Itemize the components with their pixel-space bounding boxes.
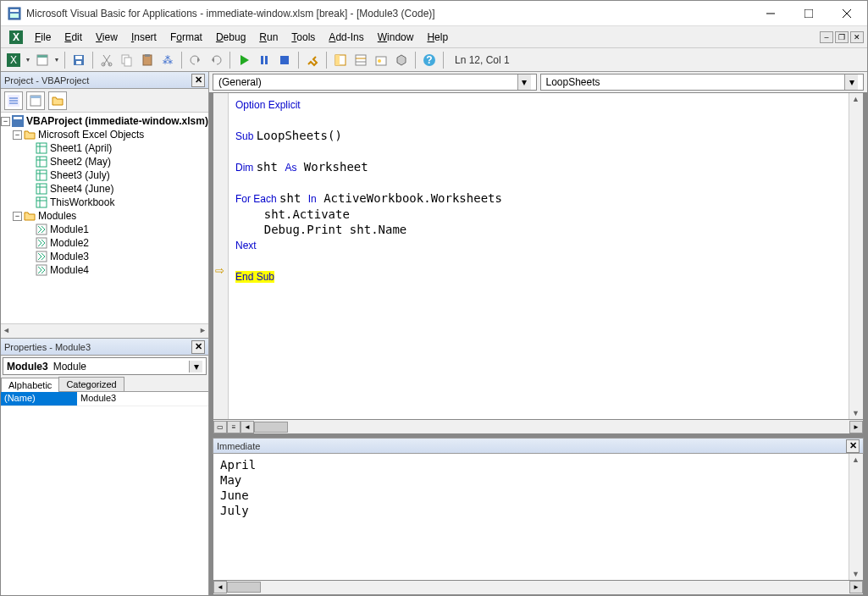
mdi-minimize-button[interactable]: – [820,31,833,43]
immediate-vscroll[interactable] [849,454,863,580]
property-row[interactable]: (Name) Module3 [1,392,208,406]
module-icon [36,224,47,235]
run-button[interactable] [235,51,253,69]
menu-format[interactable]: Format [163,29,209,46]
tree-item-module-3[interactable]: Module4 [1,263,208,277]
tree-toggle[interactable]: − [1,117,10,126]
tree-root[interactable]: −VBAProject (immediate-window.xlsm) [1,114,208,128]
save-button[interactable] [69,51,88,69]
menu-view[interactable]: View [89,29,124,46]
minimize-button[interactable] [751,1,789,26]
properties-panel-close-button[interactable]: ✕ [191,340,205,354]
svg-rect-2 [10,14,19,18]
hscroll-left-button[interactable]: ◄ [213,581,227,593]
hscroll-left-button[interactable]: ◄ [240,421,254,433]
project-tree[interactable]: −VBAProject (immediate-window.xlsm)−Micr… [1,113,208,323]
tree-item-module-2[interactable]: Module3 [1,250,208,263]
menu-tools[interactable]: Tools [285,29,322,46]
code-vscroll[interactable] [849,93,863,419]
close-button[interactable] [827,1,865,26]
view-excel-dropdown[interactable]: ▼ [25,51,31,69]
project-panel-title: Project - VBAProject [4,75,191,86]
properties-object-name: Module3 [7,361,48,372]
tab-alphabetic[interactable]: Alphabetic [1,378,59,392]
paste-button[interactable] [138,51,157,69]
sheet-icon [36,142,47,154]
procedure-combo[interactable]: LoopSheets ▾ [540,74,865,91]
tree-folder-modules[interactable]: −Modules [1,209,208,223]
tab-categorized[interactable]: Categorized [58,377,124,391]
tree-toggle[interactable]: − [13,130,22,140]
help-button[interactable]: ? [420,51,439,69]
reset-button[interactable] [275,51,294,69]
folder-icon [24,210,36,222]
hscroll-thumb[interactable] [227,582,261,593]
tree-item-module-1[interactable]: Module2 [1,236,208,250]
properties-object-combo[interactable]: Module3 Module ▾ [3,357,207,375]
full-view-button[interactable]: ≡ [227,421,240,433]
project-tree-hscroll[interactable] [1,323,208,338]
cut-button[interactable] [97,51,116,69]
menu-help[interactable]: Help [420,29,455,46]
view-excel-button[interactable]: X [4,51,23,69]
folder-icon [24,129,36,141]
proc-view-button[interactable]: ▭ [213,421,227,433]
tree-item-sheet-2[interactable]: Sheet3 (July) [1,168,208,182]
insert-button[interactable] [33,51,52,69]
mdi-close-button[interactable]: ✕ [850,31,864,43]
project-panel-close-button[interactable]: ✕ [191,74,205,87]
immediate-hscroll[interactable]: ◄ ► [213,581,864,595]
tree-item-sheet-0[interactable]: Sheet1 (April) [1,141,208,155]
menu-file[interactable]: File [28,29,58,46]
tree-label: Module1 [50,224,89,235]
toggle-folders-button[interactable] [48,91,67,110]
redo-button[interactable] [207,51,225,69]
hscroll-right-button[interactable]: ► [849,421,863,433]
tree-label: Microsoft Excel Objects [38,129,144,141]
hscroll-thumb[interactable] [254,422,288,433]
tree-item-sheet-4[interactable]: ThisWorkbook [1,196,208,209]
code-hscroll[interactable]: ▭ ≡ ◄ ► [213,420,864,434]
svg-rect-46 [36,157,47,167]
copy-button[interactable] [118,51,136,69]
object-browser-button[interactable] [372,51,390,69]
tree-item-sheet-3[interactable]: Sheet4 (June) [1,182,208,196]
view-code-button[interactable] [4,91,23,110]
menu-insert[interactable]: Insert [124,29,163,46]
tree-folder-excel-objects[interactable]: −Microsoft Excel Objects [1,128,208,141]
menu-edit[interactable]: Edit [58,29,89,46]
design-mode-button[interactable] [303,51,322,69]
menu-run[interactable]: Run [252,29,285,46]
tree-item-sheet-1[interactable]: Sheet2 (May) [1,155,208,168]
code-text[interactable]: Option Explicit Sub LoopSheets() Dim sht… [229,93,849,419]
object-combo[interactable]: (General) ▾ [213,74,537,91]
view-object-button[interactable] [26,91,45,110]
insert-dropdown[interactable]: ▼ [53,51,60,69]
undo-button[interactable] [186,51,205,69]
find-button[interactable]: ⁂ [158,51,177,69]
tree-item-module-0[interactable]: Module1 [1,223,208,236]
code-gutter[interactable]: ⇨ [213,93,229,419]
hscroll-right-button[interactable]: ► [849,581,863,593]
mdi-restore-button[interactable]: ❐ [835,31,849,43]
menu-addins[interactable]: Add-Ins [322,29,370,46]
immediate-close-button[interactable]: ✕ [846,439,860,453]
properties-grid[interactable]: (Name) Module3 [1,392,208,595]
break-button[interactable] [255,51,274,69]
menu-debug[interactable]: Debug [209,29,252,46]
properties-button[interactable] [351,51,370,69]
svg-text:X: X [13,31,19,43]
immediate-text[interactable]: April May June July [213,454,849,580]
project-explorer-button[interactable] [331,51,350,69]
svg-rect-24 [265,56,268,64]
menu-window[interactable]: Window [371,29,421,46]
toolbox-button[interactable] [392,51,411,69]
svg-rect-14 [75,56,82,59]
property-value[interactable]: Module3 [77,392,208,406]
vba-app-icon [8,7,21,20]
tree-label: ThisWorkbook [50,196,114,208]
tree-toggle[interactable]: − [13,212,22,221]
maximize-button[interactable] [789,1,827,26]
svg-point-16 [102,63,105,66]
code-editor[interactable]: ⇨ Option Explicit Sub LoopSheets() Dim s… [213,92,864,420]
